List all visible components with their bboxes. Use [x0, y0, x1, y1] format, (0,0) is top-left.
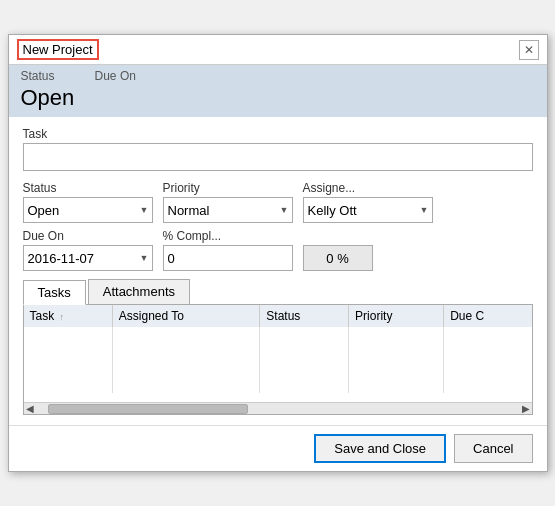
header-status-label: Status	[21, 69, 55, 83]
percent-label: % Compl...	[163, 229, 293, 243]
scroll-right-arrow[interactable]: ▶	[520, 403, 532, 414]
task-table-container: Task ↑ Assigned To Status Priority	[23, 305, 533, 415]
due-on-select-wrapper: 2016-11-07	[23, 245, 153, 271]
col-priority: Priority	[349, 305, 444, 327]
empty-row-3	[24, 371, 532, 393]
due-on-field: Due On 2016-11-07	[23, 229, 153, 271]
percent-field: % Compl...	[163, 229, 293, 271]
task-label: Task	[23, 127, 533, 141]
status-label: Status	[23, 181, 153, 195]
header-bar: Status Due On Open	[9, 65, 547, 117]
assignee-select-wrapper: Kelly Ott	[303, 197, 433, 223]
priority-select-wrapper: Low Normal High	[163, 197, 293, 223]
title-bar: New Project ✕	[9, 35, 547, 65]
percent-input[interactable]	[163, 245, 293, 271]
status-select[interactable]: Open In Progress Closed	[23, 197, 153, 223]
header-meta: Status Due On	[21, 69, 535, 83]
col-assigned-to: Assigned To	[112, 305, 260, 327]
header-due-on-label: Due On	[95, 69, 136, 83]
col-due: Due C	[444, 305, 532, 327]
assignee-field: Assigne... Kelly Ott	[303, 181, 433, 223]
assignee-select[interactable]: Kelly Ott	[303, 197, 433, 223]
tab-attachments[interactable]: Attachments	[88, 279, 190, 304]
task-table: Task ↑ Assigned To Status Priority	[24, 305, 532, 393]
percent-display: 0 %	[303, 245, 373, 271]
status-field: Status Open In Progress Closed	[23, 181, 153, 223]
priority-label: Priority	[163, 181, 293, 195]
tab-tasks[interactable]: Tasks	[23, 280, 86, 305]
task-table-body	[24, 327, 532, 393]
percent-display-field: 0 %	[303, 229, 373, 271]
empty-row-2	[24, 349, 532, 371]
top-fields-row: Status Open In Progress Closed Priority …	[23, 181, 533, 223]
tabs-bar: Tasks Attachments	[23, 279, 533, 305]
percent-display-spacer	[303, 229, 373, 243]
cancel-button[interactable]: Cancel	[454, 434, 532, 463]
scrollbar-thumb[interactable]	[48, 404, 248, 414]
col-task: Task ↑	[24, 305, 113, 327]
close-button[interactable]: ✕	[519, 40, 539, 60]
priority-select[interactable]: Low Normal High	[163, 197, 293, 223]
bottom-fields-row: Due On 2016-11-07 % Compl... 0 %	[23, 229, 533, 271]
form-body: Task Status Open In Progress Closed Prio…	[9, 117, 547, 425]
save-close-button[interactable]: Save and Close	[314, 434, 446, 463]
task-input[interactable]	[23, 143, 533, 171]
scroll-left-arrow[interactable]: ◀	[24, 403, 36, 414]
col-status: Status	[260, 305, 349, 327]
priority-field: Priority Low Normal High	[163, 181, 293, 223]
assignee-label: Assigne...	[303, 181, 433, 195]
status-select-wrapper: Open In Progress Closed	[23, 197, 153, 223]
due-on-select[interactable]: 2016-11-07	[23, 245, 153, 271]
header-title: Open	[21, 85, 535, 111]
horizontal-scrollbar[interactable]: ◀ ▶	[24, 402, 532, 414]
dialog-title: New Project	[17, 39, 99, 60]
dialog: New Project ✕ Status Due On Open Task St…	[8, 34, 548, 472]
footer: Save and Close Cancel	[9, 425, 547, 471]
sort-icon-task: ↑	[60, 312, 65, 322]
empty-row-1	[24, 327, 532, 349]
due-on-label: Due On	[23, 229, 153, 243]
